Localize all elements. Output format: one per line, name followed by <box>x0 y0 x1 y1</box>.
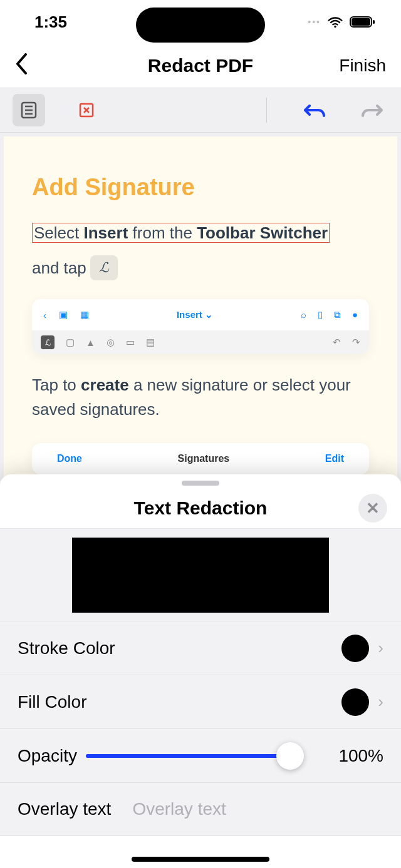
close-button[interactable]: ✕ <box>358 494 387 523</box>
undo-button[interactable] <box>298 94 331 126</box>
document-viewport[interactable]: Add Signature Select Insert from the Too… <box>0 133 401 481</box>
back-button[interactable] <box>15 53 28 78</box>
redo-mini-icon: ↷ <box>352 337 360 348</box>
fill-color-swatch <box>341 688 369 716</box>
stroke-color-row[interactable]: Stroke Color › <box>0 621 401 675</box>
selected-text-line[interactable]: Select Insert from the Toolbar Switcher <box>32 223 369 243</box>
doc-text: Tap to <box>32 375 81 394</box>
overlay-text-label: Overlay text <box>18 799 111 819</box>
embedded-done: Done <box>57 453 82 464</box>
cell-dots-icon: ••• <box>308 17 321 27</box>
nav-bar: Redact PDF Finish <box>0 44 401 88</box>
stroke-color-swatch <box>341 635 369 662</box>
shape-icon: ▭ <box>126 337 135 348</box>
link-icon: ▤ <box>146 337 155 348</box>
redo-button[interactable] <box>356 94 388 126</box>
embedded-toolbar-screenshot: ‹ ▣ ▦ Insert ⌄ ⌕ ▯ ⧉ ● ℒ ▢ ▲ ◎ ▭ ▤ ↶ <box>32 299 369 354</box>
redaction-preview-block <box>72 538 329 613</box>
redaction-preview-area <box>0 528 401 621</box>
status-bar: 1:35 ••• <box>0 0 401 44</box>
slider-fill <box>86 754 290 758</box>
doc-heading: Add Signature <box>32 174 369 201</box>
doc-bold-toolbar-switcher: Toolbar Switcher <box>197 223 328 242</box>
doc-text: Select <box>34 223 84 242</box>
finish-button[interactable]: Finish <box>339 56 386 76</box>
svg-rect-1 <box>352 18 370 26</box>
signature-tool-icon: ℒ <box>41 335 55 349</box>
toolbar-separator <box>266 98 267 123</box>
redaction-sheet: Text Redaction ✕ Stroke Color › Fill Col… <box>0 474 401 868</box>
fill-color-row[interactable]: Fill Color › <box>0 675 401 728</box>
overlay-text-row: Overlay text <box>0 782 401 836</box>
doc-bold-insert: Insert <box>84 223 128 242</box>
opacity-row: Opacity 100% <box>0 728 401 782</box>
undo-mini-icon: ↶ <box>333 337 341 348</box>
embedded-signatures-bar: Done Signatures Edit <box>32 443 369 474</box>
doc-line-2: and tap ℒ <box>32 255 369 280</box>
battery-icon <box>350 16 376 28</box>
image-icon: ▢ <box>66 337 75 348</box>
bookmark-icon: ▯ <box>318 309 323 320</box>
sidebar-toggle-button[interactable] <box>13 94 45 126</box>
embedded-edit: Edit <box>325 453 344 464</box>
stamp-icon: ▲ <box>86 337 95 348</box>
opacity-value: 100% <box>327 746 383 766</box>
chevron-right-icon: › <box>378 638 383 658</box>
chevron-left-icon: ‹ <box>43 310 46 320</box>
redact-tool-button[interactable] <box>70 94 103 126</box>
doc-line-3: Tap to create a new signature or select … <box>32 373 369 422</box>
home-indicator[interactable] <box>132 857 269 862</box>
signature-icon: ℒ <box>90 255 118 280</box>
fill-color-label: Fill Color <box>18 692 86 712</box>
opacity-slider[interactable] <box>86 743 303 768</box>
embedded-dropdown: Insert ⌄ <box>102 309 288 320</box>
chevron-right-icon: › <box>378 692 383 712</box>
more-icon: ● <box>352 309 358 320</box>
doc-text: from the <box>128 223 197 242</box>
embedded-sigs-title: Signatures <box>178 453 230 464</box>
sheet-grabber[interactable] <box>182 481 219 486</box>
overlay-text-input[interactable] <box>132 799 383 819</box>
copy-icon: ⧉ <box>334 309 341 320</box>
status-indicators: ••• <box>308 16 376 28</box>
doc-text: and tap <box>32 258 86 278</box>
wifi-icon <box>327 16 343 28</box>
grid-icon: ▦ <box>80 309 89 320</box>
search-icon: ⌕ <box>301 309 306 320</box>
toolbar <box>0 88 401 133</box>
pdf-page[interactable]: Add Signature Select Insert from the Too… <box>4 136 397 481</box>
sheet-title: Text Redaction <box>134 498 268 519</box>
panel-icon: ▣ <box>59 309 68 320</box>
device-notch <box>136 8 265 43</box>
settings-list: Stroke Color › Fill Color › Opacity 100%… <box>0 621 401 836</box>
svg-rect-2 <box>373 20 375 24</box>
status-time: 1:35 <box>34 13 67 32</box>
page-title: Redact PDF <box>148 55 253 76</box>
stroke-color-label: Stroke Color <box>18 638 115 658</box>
doc-bold-create: create <box>81 375 129 394</box>
slider-knob[interactable] <box>276 742 304 770</box>
opacity-label: Opacity <box>18 746 77 766</box>
close-icon: ✕ <box>366 499 380 518</box>
attachment-icon: ◎ <box>107 337 115 348</box>
